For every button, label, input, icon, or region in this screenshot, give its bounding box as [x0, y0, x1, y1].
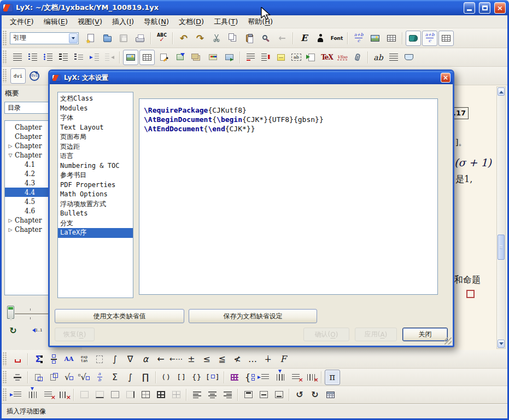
- emphasis-button[interactable]: E: [296, 31, 312, 46]
- insert-sticky-note-button[interactable]: [274, 51, 288, 64]
- math-arrow-button[interactable]: ←: [154, 353, 168, 366]
- scrollbar-thumb[interactable]: [498, 235, 505, 260]
- math-sum-limits-button[interactable]: Σ: [31, 353, 45, 366]
- toggle-math-toolbar-button[interactable]: a+bc: [422, 31, 437, 46]
- minimize-button[interactable]: [464, 2, 475, 14]
- valign-bottom-button[interactable]: [272, 388, 286, 401]
- delete-column-button[interactable]: [304, 371, 318, 384]
- environment-combo[interactable]: 引理: [10, 32, 79, 44]
- add-row-button[interactable]: [258, 371, 272, 384]
- insert-table-button[interactable]: [384, 31, 399, 46]
- copy-button[interactable]: [225, 31, 241, 46]
- undo-button[interactable]: ↶: [176, 31, 191, 46]
- use-class-defaults-button[interactable]: 使用文本类缺省值: [55, 309, 184, 323]
- toggle-book-panel-button[interactable]: [406, 31, 421, 46]
- insert-citation-button[interactable]: [172, 50, 188, 65]
- math-fraction-button[interactable]: [46, 353, 61, 366]
- thesaurus-button[interactable]: [402, 51, 416, 64]
- delete-row-button[interactable]: [289, 371, 303, 384]
- math-space-button[interactable]: [10, 353, 25, 366]
- toolbar-grip[interactable]: [3, 371, 7, 383]
- big-sum-button[interactable]: Σ: [108, 371, 122, 384]
- save-as-document-defaults-button[interactable]: 保存为文档缺省设定: [189, 309, 317, 323]
- math-long-arrow-button[interactable]: ←⋯: [169, 353, 183, 366]
- open-document-button[interactable]: [100, 31, 115, 46]
- settings-category-item[interactable]: Text Layout: [58, 123, 133, 133]
- border-all-button[interactable]: [154, 388, 168, 401]
- settings-category-item[interactable]: PDF Properties: [58, 180, 133, 190]
- big-integral-button[interactable]: ∫: [123, 371, 137, 384]
- toggle-table-toolbar-button[interactable]: [438, 31, 454, 46]
- insert-tex-button[interactable]: TeX: [320, 51, 334, 64]
- matrix-button[interactable]: [227, 371, 242, 384]
- settings-category-item[interactable]: 页面布局: [58, 132, 133, 142]
- insert-index-button[interactable]: [189, 50, 204, 65]
- nth-root-button[interactable]: √: [77, 371, 91, 384]
- cut-button[interactable]: [209, 31, 224, 46]
- math-dots-button[interactable]: …: [245, 353, 260, 366]
- add-column-button[interactable]: [26, 388, 40, 401]
- valign-top-button[interactable]: [241, 388, 255, 401]
- settings-category-item[interactable]: 页边距: [58, 142, 133, 152]
- insert-branch-button[interactable]: [205, 50, 220, 65]
- settings-category-item[interactable]: LaTeX序: [58, 228, 133, 238]
- align-right-button[interactable]: [220, 388, 235, 401]
- outline-renumber-button[interactable]: 1.1: [29, 324, 43, 337]
- dialog-close-button[interactable]: ×: [441, 73, 451, 83]
- table-float-button[interactable]: [139, 50, 155, 65]
- attach-file-button[interactable]: [350, 51, 365, 64]
- decrease-depth-button[interactable]: [102, 51, 116, 64]
- justify-button[interactable]: [387, 51, 401, 64]
- insert-note-button[interactable]: [156, 50, 171, 65]
- menu-item[interactable]: 文件(F): [5, 15, 39, 28]
- resize-grip[interactable]: [444, 337, 452, 345]
- settings-category-item[interactable]: 文档Class: [58, 94, 133, 104]
- toolbar-grip[interactable]: [3, 50, 7, 64]
- save-button[interactable]: [116, 31, 131, 46]
- insert-box-button[interactable]: [221, 50, 237, 65]
- math-leqq-button[interactable]: ≦: [215, 353, 229, 366]
- math-integral-button[interactable]: ∫: [108, 353, 122, 366]
- menu-item[interactable]: 插入(I): [107, 15, 139, 28]
- settings-category-item[interactable]: Numbering & TOC: [58, 161, 133, 171]
- math-dot-plus-button[interactable]: ∔: [261, 353, 275, 366]
- maximize-button[interactable]: [479, 2, 490, 14]
- delete-column-button[interactable]: [56, 388, 71, 401]
- math-functions-button[interactable]: exptan: [77, 353, 91, 366]
- settings-category-item[interactable]: 浮动项放置方式: [58, 200, 133, 209]
- add-row-button[interactable]: [10, 388, 25, 401]
- settings-category-item[interactable]: 字体: [58, 113, 133, 123]
- spellcheck-button[interactable]: ABC✓: [154, 31, 169, 46]
- parens-button[interactable]: (): [159, 371, 173, 384]
- view-dvi-button[interactable]: dvi: [10, 68, 26, 84]
- labeling-list-button[interactable]: [72, 51, 86, 64]
- border-bottom-button[interactable]: [92, 388, 107, 401]
- settings-category-item[interactable]: Math Options: [58, 190, 133, 200]
- display-style-button[interactable]: [10, 371, 25, 384]
- math-greek-button[interactable]: α: [138, 353, 153, 366]
- rotate-cell-button[interactable]: ↺: [292, 388, 307, 401]
- bullet-list-button[interactable]: [41, 51, 55, 64]
- close-dialog-button[interactable]: 关闭: [402, 328, 448, 341]
- math-plus-minus-button[interactable]: ±: [184, 353, 198, 366]
- print-button[interactable]: [132, 31, 148, 46]
- outline-refresh-button[interactable]: ↻: [6, 324, 20, 337]
- menu-item[interactable]: 文档(D): [174, 15, 209, 28]
- new-document-button[interactable]: [83, 31, 98, 46]
- cases-button[interactable]: {: [243, 371, 257, 384]
- rotate-table-button[interactable]: ↻: [308, 388, 322, 401]
- settings-category-item[interactable]: 分支: [58, 219, 133, 229]
- insert-marginnote-button[interactable]: [259, 51, 273, 64]
- math-font-button[interactable]: AA: [62, 353, 76, 366]
- delimiters-button[interactable]: []: [205, 371, 221, 384]
- vertical-scrollbar[interactable]: [496, 86, 506, 349]
- border-inner-button[interactable]: [138, 388, 153, 401]
- math-function-button[interactable]: F: [276, 353, 290, 366]
- table-settings-button[interactable]: [323, 388, 337, 401]
- update-dvi-button[interactable]: dvi: [27, 68, 42, 84]
- preview-button[interactable]: Vfoo: [335, 51, 349, 64]
- paste-button[interactable]: [242, 31, 257, 46]
- math-leq-button[interactable]: ≤: [200, 353, 214, 366]
- border-none-button[interactable]: [77, 388, 91, 401]
- text-style-button[interactable]: Font: [329, 31, 344, 46]
